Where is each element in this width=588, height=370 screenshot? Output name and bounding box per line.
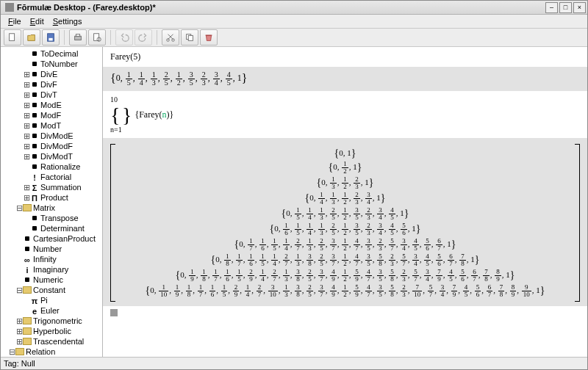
status-text: Tag: Null <box>4 359 35 368</box>
toolbar-separator <box>64 30 65 45</box>
expand-toggle[interactable]: ⊞ <box>23 101 30 110</box>
input-cell-1[interactable]: Farey(5) <box>103 47 587 67</box>
expand-toggle[interactable]: ⊞ <box>23 142 30 151</box>
tree-item-determinant[interactable]: Determinant <box>1 223 102 233</box>
tree-item-numeric[interactable]: Numeric <box>1 275 102 285</box>
copy-button[interactable] <box>181 29 198 46</box>
tree-item-trascendental[interactable]: ⊞Trascendental <box>1 336 102 347</box>
tree-label: Imaginary <box>33 265 68 274</box>
expand-toggle[interactable]: ⊞ <box>23 152 30 162</box>
expand-toggle[interactable]: ⊞ <box>23 183 30 192</box>
expand-toggle[interactable]: ⊞ <box>23 121 30 131</box>
redo-button[interactable] <box>135 29 152 46</box>
input-cell-2[interactable]: 10{ }n=1{Farey(n)} <box>103 91 587 138</box>
minimize-button[interactable]: – <box>545 2 558 13</box>
expand-toggle[interactable]: ⊞ <box>23 193 30 203</box>
expand-toggle[interactable]: ⊞ <box>23 70 30 79</box>
print-preview-button[interactable] <box>88 29 106 46</box>
bullet-icon <box>32 103 37 107</box>
tree-label: Constant <box>33 286 65 294</box>
tree-item-cartesianproduct[interactable]: CartesianProduct <box>1 233 102 244</box>
tree-item-hyperbolic[interactable]: ⊞Hyperbolic <box>1 326 102 336</box>
expand-toggle[interactable]: ⊞ <box>23 80 30 90</box>
expand-toggle[interactable]: ⊞ <box>15 316 23 326</box>
undo-button[interactable] <box>115 29 133 46</box>
folder-icon <box>23 317 32 324</box>
expand-toggle[interactable]: ⊞ <box>23 90 30 100</box>
menu-settings[interactable]: Settings <box>49 17 87 26</box>
tree-item-factorial[interactable]: !Factorial <box>1 172 102 182</box>
expand-toggle[interactable]: ⊟ <box>15 203 23 213</box>
tree-item-modf[interactable]: ⊞ModF <box>1 110 102 120</box>
save-button[interactable] <box>42 29 60 46</box>
expand-toggle[interactable]: ⊞ <box>23 111 30 120</box>
bullet-icon <box>25 278 29 282</box>
tree-label: Summation <box>40 183 82 192</box>
menu-edit[interactable]: Edit <box>26 17 49 26</box>
sym-icon: e <box>30 307 39 314</box>
tree-item-divf[interactable]: ⊞DivF <box>1 79 102 90</box>
tree-item-rationalize[interactable]: Rationalize <box>1 162 102 172</box>
open-button[interactable] <box>23 29 40 46</box>
document-area[interactable]: Farey(5){0, 15, 14, 13, 25, 12, 35, 23, … <box>103 47 587 357</box>
folder-icon <box>23 204 32 211</box>
bullet-icon <box>32 134 37 138</box>
bullet-icon <box>32 216 37 220</box>
svg-rect-11 <box>206 35 212 36</box>
expand-toggle[interactable]: ⊞ <box>15 337 23 347</box>
tree-label: DivModT <box>40 152 73 161</box>
tree-item-trigonometric[interactable]: ⊞Trigonometric <box>1 316 102 326</box>
tree-item-transpose[interactable]: Transpose <box>1 213 102 223</box>
expand-toggle[interactable]: ⊟ <box>15 286 23 295</box>
tree-item-relation[interactable]: ⊟Relation <box>1 347 102 357</box>
tree-item-modt[interactable]: ⊞ModT <box>1 120 102 131</box>
svg-rect-3 <box>75 36 82 40</box>
tree-item-summation[interactable]: ⊞ΣSummation <box>1 182 102 192</box>
tree-item-product[interactable]: ⊞ΠProduct <box>1 192 102 203</box>
maximize-button[interactable]: □ <box>559 2 572 13</box>
tree-item-todecimal[interactable]: ToDecimal <box>1 48 102 59</box>
tree-item-divmodf[interactable]: ⊞DivModF <box>1 141 102 151</box>
tree-item-infinity[interactable]: ∞Infinity <box>1 254 102 264</box>
body: ToDecimalToNumber⊞DivE⊞DivF⊞DivT⊞ModE⊞Mo… <box>1 47 587 357</box>
end-marker <box>110 309 118 316</box>
expand-toggle[interactable]: ⊞ <box>23 131 30 141</box>
titlebar: Fōrmulæ Desktop - (Farey.desktop)* – □ × <box>1 1 587 15</box>
tree-label: DivF <box>40 80 57 89</box>
tree-item-mode[interactable]: ⊞ModE <box>1 100 102 110</box>
tree-label: Relation <box>26 347 55 356</box>
output-cell-1: {0, 15, 14, 13, 25, 12, 35, 23, 34, 45, … <box>103 67 587 91</box>
tree-item-divmodt[interactable]: ⊞DivModT <box>1 151 102 162</box>
close-button[interactable]: × <box>573 2 586 13</box>
toolbar <box>1 29 587 47</box>
tree-item-dive[interactable]: ⊞DivE <box>1 69 102 79</box>
expand-toggle[interactable]: ⊟ <box>8 347 15 357</box>
tree-label: DivT <box>40 90 57 99</box>
print-button[interactable] <box>69 29 87 46</box>
menu-file[interactable]: File <box>4 17 26 26</box>
delete-button[interactable] <box>200 29 218 46</box>
cut-button[interactable] <box>162 29 179 46</box>
tree-item-matrix[interactable]: ⊟Matrix <box>1 203 102 213</box>
svg-rect-0 <box>10 34 15 41</box>
tree-label: Product <box>40 193 68 202</box>
sym-icon: π <box>30 297 39 304</box>
svg-rect-10 <box>188 35 193 40</box>
svg-rect-2 <box>49 38 52 41</box>
tree-label: Trigonometric <box>33 316 82 325</box>
tree-item-constant[interactable]: ⊟Constant <box>1 285 102 295</box>
expand-toggle[interactable]: ⊞ <box>15 327 23 336</box>
tree-label: Numeric <box>33 275 63 284</box>
tree-item-divt[interactable]: ⊞DivT <box>1 90 102 100</box>
tree-item-divmode[interactable]: ⊞DivModE <box>1 131 102 141</box>
tree-label: CartesianProduct <box>33 234 96 243</box>
tree-item-pi[interactable]: πPi <box>1 295 102 305</box>
tree-label: ModE <box>40 101 62 109</box>
tree-item-number[interactable]: Number <box>1 244 102 254</box>
tree-item-euler[interactable]: eEuler <box>1 305 102 316</box>
tree-item-imaginary[interactable]: iImaginary <box>1 264 102 275</box>
tree-item-tonumber[interactable]: ToNumber <box>1 59 102 69</box>
tree-panel[interactable]: ToDecimalToNumber⊞DivE⊞DivF⊞DivT⊞ModE⊞Mo… <box>1 47 103 357</box>
new-doc-button[interactable] <box>4 29 21 46</box>
bullet-icon <box>32 51 37 56</box>
